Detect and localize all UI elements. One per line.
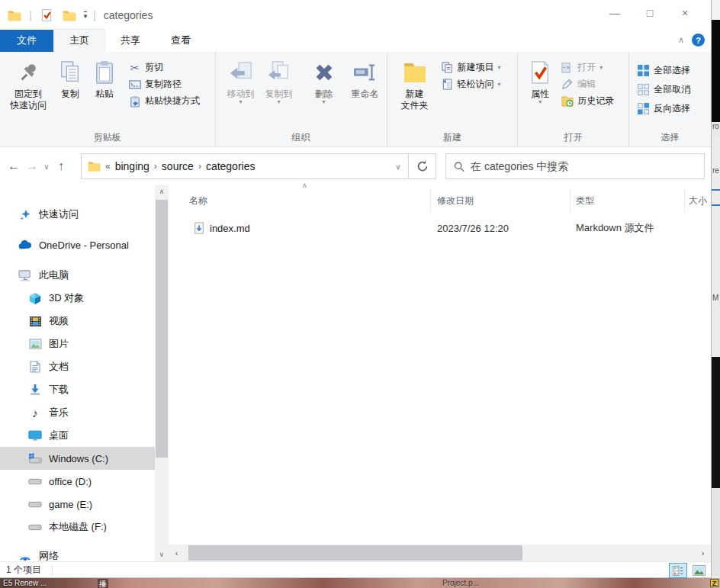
ribbon-group-organize: 移动到 ▾ 复制到 ▾ 删除 <box>216 52 387 146</box>
sidebar-item-3d-objects[interactable]: 3D 对象 <box>0 287 155 310</box>
group-label-organize: 组织 <box>216 131 387 144</box>
paste-shortcut-icon <box>128 95 141 108</box>
address-bar[interactable]: « binging › source › categories ∨ <box>81 153 409 179</box>
column-header-size[interactable]: 大小 <box>685 189 711 212</box>
up-button[interactable]: ↑ <box>52 159 70 173</box>
search-input[interactable] <box>471 160 704 172</box>
desktop-app-icon: Z <box>710 579 718 587</box>
qat-properties-icon[interactable] <box>38 7 55 24</box>
scroll-down-icon[interactable]: ∨ <box>155 548 169 561</box>
new-folder-button[interactable]: 新建 文件夹 <box>395 55 435 111</box>
properties-button[interactable]: 属性 ▾ <box>524 55 556 104</box>
history-button[interactable]: 历史记录 <box>561 95 614 108</box>
sidebar-item-game-e[interactable]: game (E:) <box>0 493 155 516</box>
recent-locations-icon[interactable]: ∨ <box>41 162 52 171</box>
minimize-button[interactable]: — <box>597 0 632 26</box>
copy-to-button[interactable]: 复制到 ▾ <box>260 55 298 104</box>
refresh-button[interactable] <box>409 153 436 179</box>
chevron-right-icon[interactable]: › <box>198 161 201 172</box>
ribbon-tab-row: 文件 主页 共享 查看 ∧ ? <box>0 31 711 52</box>
sidebar-item-onedrive[interactable]: OneDrive - Personal <box>0 233 155 256</box>
column-header-modified[interactable]: 修改日期 <box>431 189 571 212</box>
sort-ascending-icon[interactable]: ∧ <box>302 182 307 189</box>
collapse-ribbon-icon[interactable]: ∧ <box>678 35 684 45</box>
move-to-button[interactable]: 移动到 ▾ <box>222 55 260 104</box>
group-label-select: 选择 <box>629 131 711 144</box>
sidebar-item-local-disk-f[interactable]: 本地磁盘 (F:) <box>0 516 155 538</box>
app-folder-icon <box>6 7 23 24</box>
scrollbar-thumb[interactable] <box>188 545 522 561</box>
pictures-icon <box>28 337 42 351</box>
markdown-file-icon <box>194 222 204 235</box>
sidebar-item-windows-c[interactable]: Windows (C:) <box>0 447 155 470</box>
pin-to-quick-access-button[interactable]: 固定到 快速访问 <box>3 55 53 111</box>
copy-button[interactable]: 复制 <box>53 55 87 100</box>
copy-path-icon <box>128 78 141 91</box>
sidebar-item-this-pc[interactable]: 此电脑 <box>0 264 155 287</box>
paste-shortcut-button[interactable]: 粘贴快捷方式 <box>128 95 200 108</box>
sidebar-item-videos[interactable]: 视频 <box>0 310 155 333</box>
tab-view[interactable]: 查看 <box>156 30 206 52</box>
rename-button[interactable]: 重命名 <box>344 55 387 100</box>
help-icon[interactable]: ? <box>692 34 705 47</box>
breadcrumb-item[interactable]: binging <box>115 160 149 172</box>
forward-button[interactable]: → <box>23 159 41 173</box>
file-row[interactable]: index.md 2023/7/26 12:20 Markdown 源文件 <box>169 217 711 239</box>
back-button[interactable]: ← <box>5 159 23 173</box>
dropdown-icon: ▾ <box>323 100 326 104</box>
sidebar-item-documents[interactable]: 文档 <box>0 355 155 378</box>
background-text: M <box>712 294 720 306</box>
breadcrumb-item[interactable]: categories <box>206 160 256 172</box>
sidebar-item-downloads[interactable]: 下载 <box>0 378 155 401</box>
breadcrumb-item[interactable]: source <box>162 160 194 172</box>
delete-button[interactable]: 删除 ▾ <box>304 55 344 104</box>
breadcrumb-overflow[interactable]: « <box>105 161 111 172</box>
background-text: ro <box>712 122 720 136</box>
easy-access-button[interactable]: 轻松访问 ▾ <box>441 78 501 91</box>
title-bar[interactable]: | ▾ | categories — □ × <box>0 0 711 31</box>
cut-button[interactable]: ✂ 剪切 <box>128 61 200 74</box>
paste-button[interactable]: 粘贴 <box>87 55 122 100</box>
search-box[interactable] <box>445 153 705 179</box>
new-item-button[interactable]: 新建项目 ▾ <box>441 61 501 74</box>
select-none-button[interactable]: 全部取消 <box>637 83 711 96</box>
select-all-button[interactable]: 全部选择 <box>637 64 711 77</box>
qat-customize-dropdown-icon[interactable]: ▾ <box>84 11 88 19</box>
scroll-right-icon[interactable]: › <box>696 545 709 561</box>
tab-file[interactable]: 文件 <box>0 30 53 52</box>
maximize-button[interactable]: □ <box>632 0 667 26</box>
scroll-up-icon[interactable]: ∧ <box>155 185 169 198</box>
qat-new-folder-icon[interactable] <box>61 7 78 24</box>
documents-icon <box>28 360 42 374</box>
background-window-right: ro re M <box>712 0 720 588</box>
tab-home[interactable]: 主页 <box>53 29 105 52</box>
horizontal-scrollbar[interactable]: ‹ › <box>169 545 711 561</box>
invert-selection-button[interactable]: 反向选择 <box>637 102 711 115</box>
column-header-name[interactable]: 名称 <box>169 189 431 212</box>
thumbnail-view-button[interactable] <box>689 563 708 578</box>
sidebar-item-music[interactable]: ♪ 音乐 <box>0 401 155 424</box>
address-dropdown-icon[interactable]: ∨ <box>388 162 408 171</box>
column-header-type[interactable]: 类型 <box>571 189 685 212</box>
quick-access-star-icon <box>18 207 32 221</box>
close-button[interactable]: × <box>667 0 702 26</box>
open-button[interactable]: 打开 ▾ <box>561 61 614 74</box>
edit-button[interactable]: 编辑 <box>561 78 614 91</box>
sidebar-item-office-d[interactable]: office (D:) <box>0 470 155 493</box>
sidebar-scrollbar[interactable]: ∧ ∨ <box>155 185 169 561</box>
copy-path-button[interactable]: 复制路径 <box>128 78 200 91</box>
tab-share[interactable]: 共享 <box>105 30 156 52</box>
sidebar-item-desktop[interactable]: 桌面 <box>0 424 155 447</box>
thumbnail-view-icon <box>693 565 706 576</box>
scroll-left-icon[interactable]: ‹ <box>170 545 183 561</box>
ribbon-group-select: 全部选择 全部取消 反向选择 选择 <box>629 52 711 146</box>
sidebar-item-quick-access[interactable]: 快速访问 <box>0 203 155 226</box>
sidebar-item-network[interactable]: 网络 <box>0 545 155 561</box>
refresh-icon <box>416 160 429 172</box>
divider <box>52 565 53 576</box>
details-view-button[interactable] <box>669 563 687 578</box>
chevron-right-icon[interactable]: › <box>154 161 157 172</box>
scrollbar-thumb[interactable] <box>156 200 168 458</box>
sidebar-item-pictures[interactable]: 图片 <box>0 333 155 355</box>
dropdown-icon: ▾ <box>498 66 501 70</box>
